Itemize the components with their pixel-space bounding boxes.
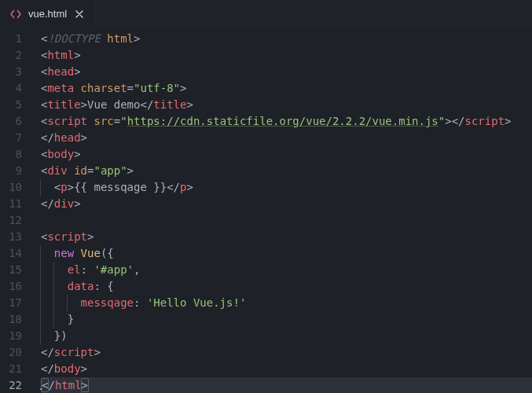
line-number: 10 [0, 179, 22, 196]
code-line[interactable]: <p>{{ messqage }}</p> [41, 179, 532, 196]
code-line[interactable]: </div> [41, 196, 532, 212]
tab-bar: vue.html [0, 0, 532, 28]
line-number: 17 [0, 295, 22, 311]
line-number: 21 [0, 361, 22, 377]
line-number: 11 [0, 196, 22, 212]
code-line[interactable]: <body> [41, 146, 532, 163]
line-number: 19 [0, 328, 22, 344]
code-line[interactable]: <script src="https://cdn.staticfile.org/… [41, 113, 532, 130]
line-number: 2 [0, 47, 22, 64]
code-line[interactable] [41, 212, 532, 229]
line-number: 9 [0, 163, 22, 179]
close-icon[interactable] [73, 8, 86, 20]
code-editor[interactable]: 12345678910111213141516171819202122 <!DO… [0, 28, 532, 393]
code-line[interactable]: } [41, 311, 532, 328]
line-number: 1 [0, 31, 22, 47]
code-line[interactable]: new Vue({ [41, 245, 532, 262]
code-line[interactable]: data: { [41, 278, 532, 295]
line-number: 16 [0, 278, 22, 295]
code-line[interactable]: </html> [41, 377, 532, 393]
line-number: 5 [0, 97, 22, 113]
line-number: 7 [0, 130, 22, 146]
code-line[interactable]: <!DOCTYPE html> [41, 31, 532, 47]
code-line[interactable]: el: '#app', [41, 262, 532, 278]
line-number: 12 [0, 212, 22, 229]
code-line[interactable]: <html> [41, 47, 532, 64]
code-line[interactable]: </script> [41, 344, 532, 361]
line-number: 22 [0, 377, 22, 393]
line-number: 20 [0, 344, 22, 361]
line-number-gutter: 12345678910111213141516171819202122 [0, 31, 36, 393]
line-number: 6 [0, 113, 22, 130]
code-line[interactable]: </body> [41, 361, 532, 377]
code-line[interactable]: </head> [41, 130, 532, 146]
line-number: 15 [0, 262, 22, 278]
line-number: 8 [0, 146, 22, 163]
line-number: 4 [0, 80, 22, 97]
tab-vue-html[interactable]: vue.html [0, 0, 94, 28]
code-line[interactable]: messqage: 'Hello Vue.js!' [41, 295, 532, 311]
code-line[interactable]: <div id="app"> [41, 163, 532, 179]
code-line[interactable]: <title>Vue demo</title> [41, 97, 532, 113]
line-number: 13 [0, 229, 22, 245]
line-number: 18 [0, 311, 22, 328]
code-content[interactable]: <!DOCTYPE html><html><head><meta charset… [36, 31, 532, 393]
tab-label: vue.html [28, 8, 67, 20]
code-line[interactable]: <script> [41, 229, 532, 245]
line-number: 14 [0, 245, 22, 262]
code-line[interactable]: <meta charset="utf-8"> [41, 80, 532, 97]
code-line[interactable]: <head> [41, 64, 532, 80]
line-number: 3 [0, 64, 22, 80]
code-icon [9, 8, 22, 20]
code-line[interactable]: }) [41, 328, 532, 344]
